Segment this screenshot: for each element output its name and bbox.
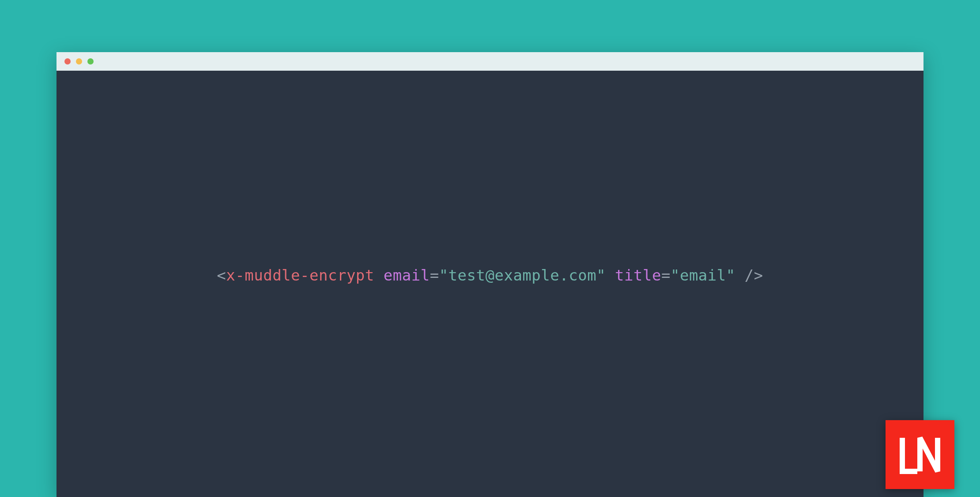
code-token-space (735, 266, 745, 284)
code-editor: <x-muddle-encrypt email="test@example.co… (57, 71, 923, 497)
code-token-self-close: /> (745, 266, 763, 284)
code-line: <x-muddle-encrypt email="test@example.co… (217, 266, 763, 284)
brand-logo-icon (898, 433, 942, 477)
code-token-str-email: "test@example.com" (439, 266, 606, 284)
code-token-tag: x-muddle-encrypt (226, 266, 374, 284)
minimize-icon[interactable] (76, 58, 82, 64)
brand-logo (886, 420, 954, 489)
maximize-icon[interactable] (87, 58, 94, 64)
code-window: <x-muddle-encrypt email="test@example.co… (57, 52, 923, 497)
code-token-str-title: "email" (671, 266, 735, 284)
close-icon[interactable] (64, 58, 71, 64)
code-token-eq: = (430, 266, 439, 284)
code-token-eq: = (661, 266, 671, 284)
code-token-bracket-open: < (217, 266, 226, 284)
window-titlebar (57, 52, 923, 71)
code-token-space (374, 266, 384, 284)
code-token-attr-title: title (615, 266, 661, 284)
code-token-attr-email: email (384, 266, 430, 284)
code-token-space (606, 266, 615, 284)
